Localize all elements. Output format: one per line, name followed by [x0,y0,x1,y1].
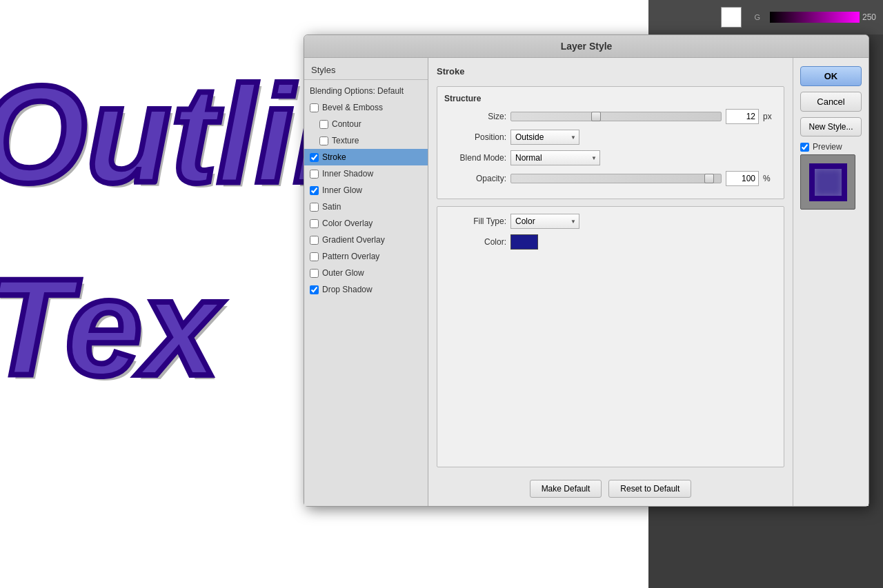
opacity-unit: % [763,174,777,183]
color-row: Color: [444,234,777,250]
cancel-button[interactable]: Cancel [800,92,862,112]
style-item-inner-shadow[interactable]: Inner Shadow [304,165,428,182]
pattern-overlay-checkbox[interactable] [310,252,319,261]
main-content: Stroke Structure Size: px [428,58,793,506]
gradient-overlay-label: Gradient Overlay [322,235,385,245]
opacity-row: Opacity: % [444,171,777,186]
reset-to-default-button[interactable]: Reset to Default [608,480,691,498]
magenta-bar [770,12,860,23]
dialog-titlebar: Layer Style [304,35,869,58]
size-label: Size: [444,112,506,121]
blend-mode-label: Blend Mode: [444,153,506,163]
satin-checkbox[interactable] [310,203,319,212]
preview-inner [809,163,847,201]
dialog-body: Styles Blending Options: Default Bevel &… [304,58,869,506]
new-style-button[interactable]: New Style... [800,117,862,136]
right-panel-top: G 250 [648,0,883,34]
canvas-text-2: Tex [0,248,219,407]
preview-label: Preview [813,142,842,152]
ok-button[interactable]: OK [800,66,862,86]
inner-glow-checkbox[interactable] [310,186,319,195]
preview-box [800,154,855,210]
style-item-contour[interactable]: Contour [304,116,428,132]
opacity-label: Opacity: [444,174,506,183]
structure-title: Structure [444,94,777,103]
style-item-bevel-emboss[interactable]: Bevel & Emboss [304,99,428,116]
position-row: Position: Outside Inside Center [444,130,777,145]
right-buttons-panel: OK Cancel New Style... Preview [793,58,869,506]
opacity-slider-thumb[interactable] [704,174,714,183]
dialog-title: Layer Style [561,41,613,52]
style-item-stroke[interactable]: Stroke [304,149,428,165]
texture-checkbox[interactable] [319,136,328,145]
size-slider-thumb[interactable] [591,112,601,121]
style-item-texture[interactable]: Texture [304,132,428,149]
fill-type-label: Fill Type: [444,216,506,226]
preview-section: Preview [800,142,862,210]
color-swatch-white[interactable] [721,7,742,28]
inner-shadow-label: Inner Shadow [322,169,373,179]
drop-shadow-label: Drop Shadow [322,285,373,294]
layer-style-dialog: Layer Style Styles Blending Options: Def… [304,34,869,507]
opacity-slider-track[interactable] [510,174,722,183]
style-item-satin[interactable]: Satin [304,199,428,215]
color-overlay-checkbox[interactable] [310,219,319,228]
contour-label: Contour [332,119,361,129]
fill-type-row: Fill Type: Color Gradient Pattern [444,214,777,229]
texture-label: Texture [332,136,359,145]
bottom-buttons-row: Make Default Reset to Default [437,480,784,498]
blending-options-item[interactable]: Blending Options: Default [304,83,428,99]
size-input[interactable] [726,109,759,124]
bevel-emboss-label: Bevel & Emboss [322,103,383,112]
blend-mode-dropdown-wrapper: Normal Multiply Screen Overlay [510,150,600,165]
opacity-slider-container: % [510,171,777,186]
position-label: Position: [444,132,506,142]
right-value: 250 [862,12,876,22]
color-swatch[interactable] [510,234,538,250]
color-label: Color: [444,237,506,247]
size-row: Size: px [444,109,777,124]
style-item-outer-glow[interactable]: Outer Glow [304,265,428,281]
position-dropdown[interactable]: Outside Inside Center [510,130,579,145]
drop-shadow-checkbox[interactable] [310,285,319,294]
fill-type-area: Fill Type: Color Gradient Pattern Color: [437,206,784,467]
position-dropdown-wrapper: Outside Inside Center [510,130,579,145]
size-slider-container: px [510,109,777,124]
styles-panel: Styles Blending Options: Default Bevel &… [304,58,428,506]
stroke-label: Stroke [322,152,346,162]
color-bar-container: G 250 [747,10,876,24]
gradient-overlay-checkbox[interactable] [310,236,319,245]
outer-glow-label: Outer Glow [322,268,364,278]
color-overlay-label: Color Overlay [322,219,373,228]
blend-mode-row: Blend Mode: Normal Multiply Screen Overl… [444,150,777,165]
stroke-checkbox[interactable] [310,153,319,162]
styles-header[interactable]: Styles [304,61,428,80]
g-label: G [747,10,767,24]
preview-checkbox-row: Preview [800,142,842,152]
fill-type-dropdown[interactable]: Color Gradient Pattern [510,214,579,229]
preview-checkbox[interactable] [800,143,809,152]
opacity-input[interactable] [726,171,759,186]
blending-options-label: Blending Options: Default [310,86,404,96]
make-default-button[interactable]: Make Default [530,480,602,498]
contour-checkbox[interactable] [319,120,328,129]
pattern-overlay-label: Pattern Overlay [322,252,379,261]
style-item-pattern-overlay[interactable]: Pattern Overlay [304,248,428,265]
satin-label: Satin [322,202,341,212]
size-slider-track[interactable] [510,112,722,121]
outer-glow-checkbox[interactable] [310,269,319,278]
style-item-inner-glow[interactable]: Inner Glow [304,182,428,199]
size-unit: px [763,112,777,121]
stroke-structure-box: Structure Size: px Position: [437,86,784,199]
inner-shadow-checkbox[interactable] [310,170,319,179]
bevel-emboss-checkbox[interactable] [310,103,319,112]
inner-glow-label: Inner Glow [322,185,362,195]
fill-type-dropdown-wrapper: Color Gradient Pattern [510,214,579,229]
style-item-color-overlay[interactable]: Color Overlay [304,215,428,232]
style-item-gradient-overlay[interactable]: Gradient Overlay [304,232,428,248]
style-item-drop-shadow[interactable]: Drop Shadow [304,281,428,298]
stroke-section-title: Stroke [437,66,784,77]
blend-mode-dropdown[interactable]: Normal Multiply Screen Overlay [510,150,600,165]
